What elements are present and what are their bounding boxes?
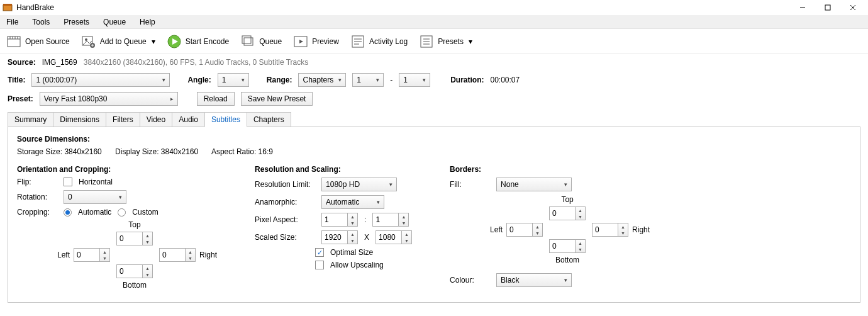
crop-right-label: Right	[199, 251, 217, 259]
allow-upscaling-checkbox[interactable]	[315, 261, 324, 269]
range-type-combo[interactable]: Chapters▾	[298, 73, 346, 87]
rotation-combo[interactable]: 0▾	[64, 190, 126, 204]
title-label: Title:	[8, 76, 25, 84]
storage-size: Storage Size: 3840x2160	[17, 147, 102, 156]
resolution-scaling-section: Resolution and Scaling: Resolution Limit…	[255, 165, 412, 291]
open-source-button[interactable]: Open Source	[4, 33, 72, 50]
close-button[interactable]	[840, 0, 865, 15]
rotation-label: Rotation:	[17, 193, 57, 201]
queue-button[interactable]: Queue	[238, 33, 284, 50]
activity-log-label: Activity Log	[369, 37, 408, 46]
angle-value: 1	[222, 76, 226, 84]
tab-dimensions[interactable]: Dimensions	[53, 112, 106, 127]
angle-combo[interactable]: 1▾	[218, 73, 249, 87]
scaled-width-input[interactable]: 1920▲▼	[321, 230, 358, 244]
crop-left-label: Left	[57, 251, 70, 259]
border-top-input[interactable]: 0▲▼	[549, 206, 586, 220]
border-bottom-input[interactable]: 0▲▼	[549, 239, 586, 253]
maximize-button[interactable]	[815, 0, 840, 15]
cropping-custom-radio[interactable]	[118, 208, 126, 217]
reload-button[interactable]: Reload	[197, 92, 235, 106]
preview-icon	[293, 34, 308, 49]
tab-video[interactable]: Video	[140, 112, 172, 127]
anamorphic-label: Anamorphic:	[255, 198, 315, 206]
add-to-queue-label: Add to Queue	[100, 37, 147, 46]
minimize-button[interactable]	[790, 0, 815, 15]
menu-help[interactable]: Help	[137, 16, 158, 28]
tab-summary[interactable]: Summary	[8, 112, 53, 127]
source-details: 3840x2160 (3840x2160), 60 FPS, 1 Audio T…	[84, 58, 309, 67]
svg-rect-3	[825, 5, 830, 10]
res-limit-combo[interactable]: 1080p HD▾	[321, 178, 397, 191]
range-from-combo[interactable]: 1▾	[352, 73, 384, 87]
tab-filters[interactable]: Filters	[106, 112, 140, 127]
res-limit-label: Resolution Limit:	[255, 180, 315, 189]
scaled-height-input[interactable]: 1080▲▼	[376, 230, 412, 244]
crop-bottom-input[interactable]: 0▲▼	[116, 264, 153, 278]
borders-title: Borders:	[450, 165, 650, 174]
pixel-aspect-a-input[interactable]: 1▲▼	[321, 213, 358, 227]
cropping-auto-radio[interactable]	[64, 208, 72, 217]
menu-bar: File Tools Presets Queue Help	[0, 15, 868, 29]
presets-label: Presets	[438, 37, 464, 46]
tab-chapters[interactable]: Chapters	[247, 112, 291, 127]
preset-combo[interactable]: Very Fast 1080p30▸	[40, 92, 178, 106]
app-icon	[3, 3, 13, 13]
title-value: 1 (00:00:07)	[36, 76, 77, 84]
tab-audio[interactable]: Audio	[172, 112, 205, 127]
orientation-title: Orientation and Cropping:	[17, 165, 217, 174]
crop-right-input[interactable]: 0▲▼	[159, 248, 196, 262]
flip-checkbox[interactable]	[64, 178, 72, 186]
tab-strip: Summary Dimensions Filters Video Audio S…	[0, 112, 868, 127]
fill-combo[interactable]: None▾	[496, 178, 572, 191]
add-to-queue-button[interactable]: Add to Queue ▾	[79, 33, 158, 50]
queue-label: Queue	[259, 37, 282, 46]
pixel-aspect-b-input[interactable]: 1▲▼	[372, 213, 409, 227]
menu-queue[interactable]: Queue	[101, 16, 128, 28]
cropping-label: Cropping:	[17, 208, 57, 217]
window-title: HandBrake	[16, 3, 54, 12]
borders-section: Borders: Fill: None▾ Top 0▲▼ Left 0▲▼ 0▲…	[450, 165, 650, 291]
source-label: Source:	[8, 58, 36, 67]
source-dimensions-title: Source Dimensions:	[17, 135, 851, 144]
cropping-custom-label: Custom	[132, 208, 158, 217]
activity-log-button[interactable]: Activity Log	[348, 33, 410, 50]
border-right-input[interactable]: 0▲▼	[592, 223, 628, 237]
border-left-label: Left	[490, 225, 503, 234]
open-source-label: Open Source	[25, 37, 70, 46]
list-icon	[419, 34, 434, 49]
border-left-input[interactable]: 0▲▼	[506, 223, 543, 237]
crop-bottom-label: Bottom	[123, 281, 147, 290]
crop-left-input[interactable]: 0▲▼	[74, 248, 110, 262]
anamorphic-combo[interactable]: Automatic▾	[321, 195, 384, 209]
title-combo[interactable]: 1 (00:00:07)▾	[31, 73, 170, 87]
crop-top-label: Top	[128, 220, 140, 229]
svg-rect-19	[242, 36, 251, 43]
start-encode-button[interactable]: Start Encode	[164, 33, 231, 50]
menu-presets[interactable]: Presets	[61, 16, 92, 28]
resolution-title: Resolution and Scaling:	[255, 165, 412, 174]
save-new-preset-button[interactable]: Save New Preset	[241, 92, 313, 106]
menu-file[interactable]: File	[4, 16, 21, 28]
preview-button[interactable]: Preview	[291, 33, 342, 50]
flip-label: Flip:	[17, 178, 57, 186]
svg-rect-20	[244, 38, 253, 45]
preset-value: Very Fast 1080p30	[44, 94, 108, 103]
range-to-combo[interactable]: 1▾	[399, 73, 430, 87]
play-icon	[167, 34, 182, 49]
start-encode-label: Start Encode	[186, 37, 229, 46]
presets-button[interactable]: Presets ▾	[416, 33, 475, 50]
film-icon	[6, 34, 21, 49]
allow-upscaling-label: Allow Upscaling	[330, 261, 384, 269]
title-row: Title: 1 (00:00:07)▾ Angle: 1▾ Range: Ch…	[0, 71, 868, 89]
crop-top-input[interactable]: 0▲▼	[116, 232, 153, 245]
colour-combo[interactable]: Black▾	[496, 273, 572, 287]
toolbar: Open Source Add to Queue ▾ Start Encode …	[0, 29, 868, 54]
border-right-label: Right	[632, 225, 650, 234]
menu-tools[interactable]: Tools	[30, 16, 52, 28]
tab-subtitles[interactable]: Subtitles	[204, 112, 247, 127]
svg-rect-0	[3, 5, 12, 11]
optimal-size-checkbox[interactable]	[315, 248, 324, 257]
scaled-size-label: Scaled Size:	[255, 233, 315, 242]
source-line: Source: IMG_1569 3840x2160 (3840x2160), …	[0, 54, 868, 71]
